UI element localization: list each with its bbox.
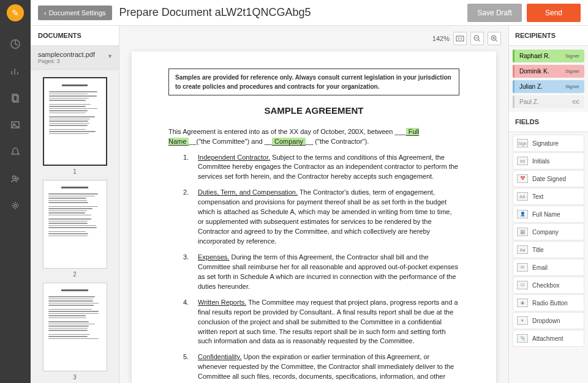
dashboard-icon[interactable] — [9, 38, 21, 50]
page-thumbnail[interactable] — [43, 180, 107, 269]
users-icon[interactable] — [9, 173, 21, 185]
document-paragraph: 3.Expenses. During the term of this Agre… — [183, 253, 459, 292]
analytics-icon[interactable] — [9, 65, 21, 77]
back-button[interactable]: ‹ Document Settings — [38, 6, 112, 20]
notice-box: Samples are provided for reference only.… — [168, 69, 459, 95]
document-intro: This Agreement is entered into as of the… — [168, 127, 459, 147]
field-type-label: Attachment — [532, 335, 564, 342]
svg-point-5 — [13, 176, 16, 179]
field-type-item[interactable]: IntInitials — [513, 152, 584, 169]
field-type-label: Initials — [532, 158, 549, 165]
document-page[interactable]: Samples are provided for reference only.… — [132, 51, 496, 383]
field-type-icon: ✉ — [517, 263, 528, 272]
recipient-name: Dominik K. — [519, 68, 549, 75]
recipient-item[interactable]: Raphael R.Signer — [513, 50, 584, 62]
save-draft-button[interactable]: Save Draft — [467, 4, 522, 22]
chevron-down-icon: ▼ — [107, 53, 113, 59]
fields-header: FIELDS — [509, 112, 588, 132]
documents-icon[interactable] — [9, 92, 21, 104]
field-type-item[interactable]: ✉Email — [513, 259, 584, 276]
field-type-label: Checkbox — [532, 282, 559, 289]
company-field[interactable]: Company — [272, 138, 306, 146]
document-file-item[interactable]: samplecontract.pdf Pages: 3 ▼ — [31, 46, 119, 70]
field-type-label: Email — [532, 264, 548, 271]
recipients-header: RECIPIENTS — [509, 26, 588, 46]
bell-icon[interactable] — [9, 146, 21, 158]
recipient-role: Signer — [565, 53, 579, 59]
recipient-name: Julian Z. — [519, 83, 543, 90]
field-type-item[interactable]: 🏢Company — [513, 223, 584, 240]
field-type-label: Title — [532, 247, 544, 253]
chevron-left-icon: ‹ — [44, 9, 47, 17]
recipient-item[interactable]: Julian Z.Signer — [513, 80, 584, 93]
page-title: Prepare Document aLW2t1QNCGAbg5 — [119, 6, 468, 19]
document-paragraph: 4.Written Reports. The Committee may req… — [183, 298, 459, 347]
thumbnail-page-number: 1 — [43, 168, 107, 175]
svg-rect-8 — [456, 36, 464, 41]
send-button[interactable]: Send — [527, 4, 581, 22]
field-type-label: Signature — [532, 140, 559, 147]
recipient-item[interactable]: Dominik K.Signer — [513, 65, 584, 78]
field-type-item[interactable]: ☑Checkbox — [513, 277, 584, 294]
field-type-label: Date Signed — [532, 176, 566, 182]
zoom-in-button[interactable] — [488, 32, 501, 45]
field-type-icon: Int — [517, 157, 528, 165]
thumbnail-page-number: 2 — [43, 271, 107, 278]
field-type-item[interactable]: 📅Date Signed — [513, 170, 584, 187]
recipient-role: Signer — [565, 69, 579, 74]
recipient-name: Paul Z. — [519, 99, 539, 105]
recipient-name: Raphael R. — [519, 53, 550, 59]
field-type-icon: 📅 — [517, 174, 528, 183]
field-type-label: Company — [532, 229, 559, 236]
svg-point-6 — [16, 177, 18, 180]
fit-width-button[interactable] — [453, 32, 467, 45]
field-type-label: Radio Button — [532, 300, 568, 307]
left-rail: ✎ — [0, 0, 31, 383]
gear-icon[interactable] — [9, 199, 21, 212]
documents-panel: DOCUMENTS samplecontract.pdf Pages: 3 ▼ … — [31, 26, 119, 383]
document-paragraph: 5.Confidentiality. Upon the expiration o… — [183, 352, 459, 383]
recipient-role: CC — [572, 99, 579, 105]
document-paragraph: 1.Independent Contractor. Subject to the… — [183, 153, 459, 182]
app-logo[interactable]: ✎ — [0, 0, 31, 26]
field-type-icon: 👤 — [517, 210, 528, 218]
field-type-icon: ☑ — [517, 281, 528, 289]
image-icon[interactable] — [9, 119, 21, 131]
main-area: 142% Samples are provided for reference … — [119, 26, 508, 383]
recipient-item[interactable]: Paul Z.CC — [513, 95, 584, 108]
zoom-out-button[interactable] — [470, 32, 484, 45]
field-type-item[interactable]: SignSignature — [513, 135, 584, 152]
field-type-label: Dropdown — [532, 318, 560, 324]
field-type-icon: AA — [517, 192, 528, 201]
field-type-item[interactable]: 📎Attachment — [513, 330, 584, 347]
field-type-icon: Sign — [517, 139, 528, 147]
document-paragraph: 2.Duties, Term, and Compensation. The Co… — [183, 188, 459, 247]
back-label: Document Settings — [49, 9, 106, 17]
document-pages-label: Pages: 3 — [38, 58, 111, 64]
field-type-icon: 🏢 — [517, 228, 528, 236]
field-type-icon: 📎 — [517, 334, 528, 343]
documents-header: DOCUMENTS — [31, 26, 119, 46]
thumbnail-page-number: 3 — [43, 374, 107, 381]
field-type-icon: ▾ — [517, 316, 528, 325]
field-type-label: Full Name — [532, 211, 560, 218]
zoom-percent: 142% — [432, 35, 450, 42]
field-type-item[interactable]: 👤Full Name — [513, 206, 584, 223]
field-type-item[interactable]: AAText — [513, 188, 584, 205]
field-type-item[interactable]: AaTitle — [513, 241, 584, 258]
zoom-toolbar: 142% — [432, 32, 501, 45]
field-type-item[interactable]: ◉Radio Button — [513, 294, 584, 311]
field-type-icon: Aa — [517, 245, 528, 254]
svg-point-7 — [14, 204, 17, 207]
document-heading: SAMPLE AGREEMENT — [168, 104, 459, 118]
page-thumbnail[interactable] — [43, 283, 107, 371]
field-type-label: Text — [532, 193, 543, 200]
document-filename: samplecontract.pdf — [38, 51, 111, 58]
page-thumbnail[interactable] — [43, 77, 107, 166]
field-type-icon: ◉ — [517, 299, 528, 307]
topbar: ‹ Document Settings Prepare Document aLW… — [31, 0, 588, 26]
recipient-role: Signer — [565, 84, 579, 89]
right-panel: RECIPIENTS Raphael R.SignerDominik K.Sig… — [508, 26, 588, 383]
field-type-item[interactable]: ▾Dropdown — [513, 312, 584, 329]
